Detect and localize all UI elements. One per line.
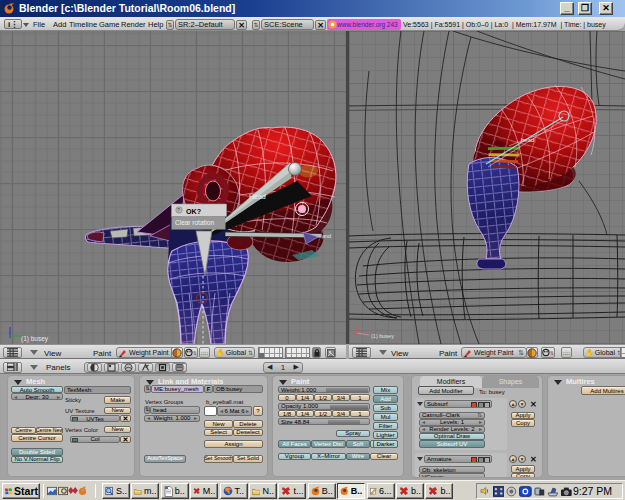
svg-text:Clear rotation: Clear rotation <box>175 219 214 226</box>
svg-text:Head: Head <box>249 193 266 200</box>
svg-text:(1) busey: (1) busey <box>371 333 394 339</box>
svg-text:(1) busey: (1) busey <box>21 335 49 343</box>
svg-text:OK?: OK? <box>186 207 201 216</box>
svg-text:head: head <box>521 137 534 143</box>
svg-text:and: and <box>322 233 331 239</box>
